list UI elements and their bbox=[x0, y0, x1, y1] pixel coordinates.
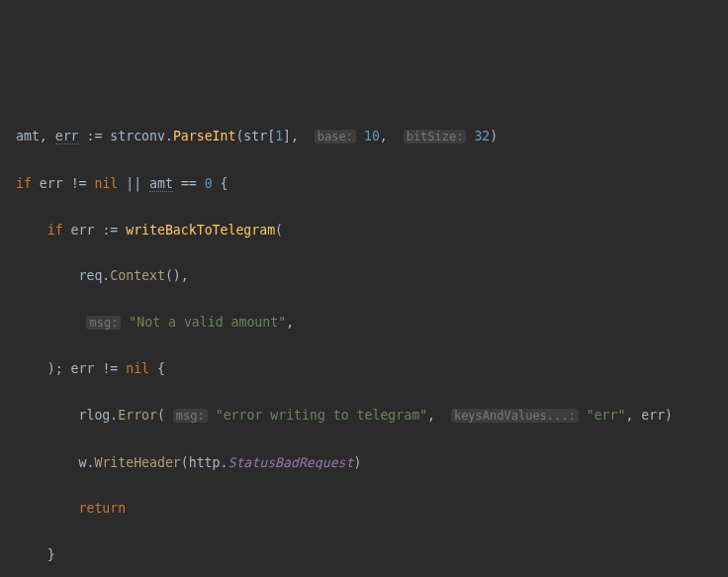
kw-if: if bbox=[16, 176, 32, 191]
op-semi: ; bbox=[55, 361, 63, 376]
op-or: || bbox=[126, 176, 141, 191]
op-decl: := bbox=[102, 223, 118, 238]
op-decl: := bbox=[87, 129, 103, 144]
fn-parseint: ParseInt bbox=[173, 129, 236, 144]
code-line[interactable]: req.Context(), bbox=[8, 264, 728, 287]
var-err: err bbox=[71, 361, 95, 376]
var-err: err bbox=[641, 408, 665, 423]
kw-nil: nil bbox=[126, 361, 149, 376]
op-ne: != bbox=[71, 176, 87, 191]
kw-nil: nil bbox=[94, 176, 118, 191]
code-line[interactable]: msg: "Not a valid amount", bbox=[8, 311, 728, 335]
fn-error: Error bbox=[118, 408, 157, 423]
var-rlog: rlog bbox=[79, 408, 111, 423]
param-hint-kav: keysAndValues...: bbox=[451, 409, 579, 423]
code-line[interactable]: rlog.Error( msg: "error writing to teleg… bbox=[8, 404, 728, 428]
param-hint-bitsize: bitSize: bbox=[404, 130, 467, 144]
param-hint-base: base: bbox=[315, 130, 356, 144]
var-str: str bbox=[243, 129, 267, 144]
str-notvalid: "Not a valid amount" bbox=[129, 315, 286, 330]
param-hint-msg: msg: bbox=[86, 316, 121, 330]
op-eq: == bbox=[181, 176, 197, 191]
code-line[interactable]: amt, err := strconv.ParseInt(str[1], bas… bbox=[8, 125, 728, 148]
fn-writeback: writeBackToTelegram bbox=[126, 223, 275, 238]
code-line[interactable]: if err := writeBackToTelegram( bbox=[8, 219, 728, 241]
num-1: 1 bbox=[275, 129, 283, 144]
kw-return: return bbox=[79, 501, 127, 516]
code-line[interactable]: } bbox=[8, 543, 728, 566]
param-hint-msg: msg: bbox=[173, 409, 208, 423]
var-err: err bbox=[40, 176, 63, 191]
op-ne: != bbox=[102, 361, 118, 376]
fn-context: Context bbox=[110, 268, 165, 283]
code-editor[interactable]: amt, err := strconv.ParseInt(str[1], bas… bbox=[8, 102, 728, 577]
code-line[interactable]: return bbox=[8, 497, 728, 520]
str-errwrite: "error writing to telegram" bbox=[216, 408, 427, 423]
var-amt: amt bbox=[16, 129, 40, 144]
code-line[interactable]: w.WriteHeader(http.StatusBadRequest) bbox=[8, 451, 728, 474]
var-err: err bbox=[71, 223, 95, 238]
var-amt: amt bbox=[149, 176, 173, 192]
kw-if: if bbox=[47, 223, 63, 238]
code-line[interactable]: if err != nil || amt == 0 { bbox=[8, 172, 728, 195]
num-10: 10 bbox=[364, 129, 380, 144]
const-badreq: StatusBadRequest bbox=[228, 455, 353, 470]
num-32: 32 bbox=[474, 129, 490, 144]
var-req: req bbox=[79, 268, 103, 283]
code-line[interactable]: ); err != nil { bbox=[8, 357, 728, 380]
str-errkey: "err" bbox=[587, 408, 626, 423]
pkg-strconv: strconv bbox=[110, 129, 165, 144]
num-0: 0 bbox=[205, 176, 213, 191]
pkg-http: http bbox=[189, 455, 221, 470]
fn-writeheader: WriteHeader bbox=[94, 455, 180, 470]
var-err: err bbox=[55, 129, 79, 144]
